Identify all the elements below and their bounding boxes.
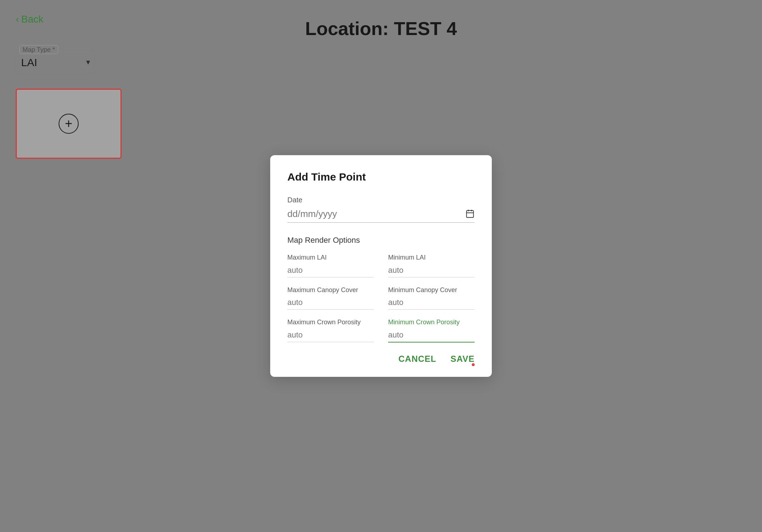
date-label: Date [287,196,475,204]
date-input[interactable] [287,207,475,223]
max-lai-input[interactable] [287,264,374,277]
min-crown-group: Minimum Crown Porosity [388,318,475,342]
save-button[interactable]: SAVE [451,354,475,364]
cancel-button[interactable]: CANCEL [399,354,436,364]
min-lai-group: Minimum LAI [388,253,475,277]
max-lai-group: Maximum LAI [287,253,374,277]
modal-actions: CANCEL SAVE [287,354,475,364]
add-timepoint-modal: Add Time Point Date Map Render Options M… [270,155,492,376]
date-field-wrapper [287,207,475,223]
max-crown-group: Maximum Crown Porosity [287,318,374,342]
map-render-label: Map Render Options [287,236,475,245]
min-canopy-label: Minimum Canopy Cover [388,286,475,294]
min-canopy-group: Minimum Canopy Cover [388,286,475,310]
render-options-grid: Maximum LAI Minimum LAI Maximum Canopy C… [287,253,475,342]
max-lai-label: Maximum LAI [287,253,374,262]
min-canopy-input[interactable] [388,296,475,310]
max-canopy-group: Maximum Canopy Cover [287,286,374,310]
max-canopy-label: Maximum Canopy Cover [287,286,374,294]
max-crown-label: Maximum Crown Porosity [287,318,374,326]
max-crown-input[interactable] [287,329,374,342]
min-lai-label: Minimum LAI [388,253,475,262]
calendar-icon [465,209,475,221]
modal-overlay: Add Time Point Date Map Render Options M… [0,0,762,532]
min-crown-input[interactable] [388,329,475,343]
min-crown-label: Minimum Crown Porosity [388,318,475,326]
svg-rect-0 [466,211,474,218]
modal-title: Add Time Point [287,171,475,183]
max-canopy-input[interactable] [287,296,374,310]
min-lai-input[interactable] [388,264,475,277]
